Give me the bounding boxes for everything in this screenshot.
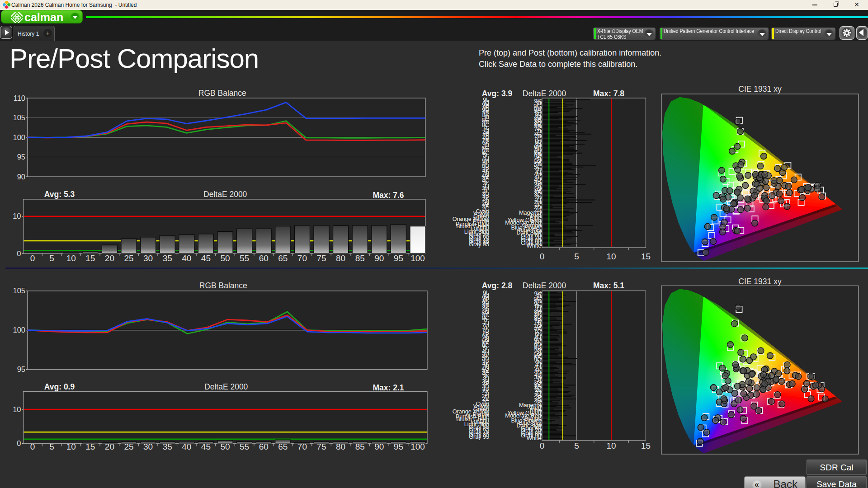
svg-text:35: 35 [163,253,172,263]
svg-text:10: 10 [606,252,616,261]
svg-text:55: 55 [240,253,249,263]
svg-text:Max: 7.6: Max: 7.6 [373,191,404,200]
svg-text:45: 45 [201,442,211,451]
svg-text:95: 95 [394,253,403,263]
svg-text:95: 95 [394,442,403,451]
svg-text:DeltaE 2000: DeltaE 2000 [523,281,566,290]
svg-text:95: 95 [17,365,25,373]
svg-text:100: 100 [13,133,25,141]
svg-text:10: 10 [66,253,76,263]
svg-text:75: 75 [316,253,326,263]
svg-text:90: 90 [17,173,25,181]
svg-text:70: 70 [297,253,307,263]
svg-text:9K: 9K [534,291,542,297]
svg-text:20: 20 [105,253,114,263]
svg-text:50: 50 [220,442,230,451]
svg-text:80: 80 [336,253,345,263]
svg-text:30: 30 [143,442,153,451]
svg-text:100: 100 [13,326,25,334]
svg-text:15: 15 [85,253,95,263]
svg-text:30: 30 [143,253,153,263]
svg-text:90: 90 [374,253,384,263]
svg-text:0: 0 [30,253,35,263]
svg-text:20: 20 [105,442,114,451]
svg-text:0: 0 [540,252,545,261]
svg-text:25: 25 [124,442,133,451]
svg-text:10: 10 [66,442,76,451]
svg-text:10: 10 [13,405,21,413]
svg-text:Avg: 5.3: Avg: 5.3 [44,190,75,199]
svg-text:85: 85 [355,442,365,451]
svg-text:65: 65 [278,442,288,451]
svg-text:Max: 5.1: Max: 5.1 [593,281,624,290]
svg-text:80: 80 [336,442,345,451]
svg-text:DeltaE 2000: DeltaE 2000 [523,89,566,98]
svg-text:0: 0 [17,249,21,258]
svg-text:40: 40 [182,253,191,263]
svg-text:5: 5 [574,441,579,450]
svg-text:15: 15 [641,252,651,261]
svg-text:0: 0 [17,439,21,447]
svg-text:Avg: 2.8: Avg: 2.8 [482,281,513,290]
svg-text:25: 25 [124,253,133,263]
svg-text:CIE 1931 xy: CIE 1931 xy [738,277,782,286]
svg-text:10: 10 [606,441,616,450]
svg-text:0: 0 [540,441,545,450]
svg-text:105: 105 [13,113,25,122]
svg-text:RGB Balance: RGB Balance [198,89,246,98]
svg-text:5: 5 [49,253,54,263]
svg-text:15: 15 [85,442,95,451]
svg-text:0: 0 [30,442,35,451]
svg-text:110: 110 [14,94,25,102]
svg-text:5: 5 [49,442,54,451]
svg-text:70: 70 [297,442,307,451]
svg-text:85: 85 [355,253,365,263]
svg-text:105: 105 [13,286,25,295]
svg-text:DeltaE 2000: DeltaE 2000 [204,382,248,391]
svg-text:Max: 2.1: Max: 2.1 [373,383,404,392]
svg-text:100: 100 [410,253,425,263]
svg-text:75: 75 [316,442,326,451]
svg-text:90: 90 [374,442,384,451]
svg-text:5: 5 [574,252,579,261]
svg-text:60: 60 [259,253,269,263]
svg-text:15: 15 [641,441,651,450]
svg-text:DeltaE 2000: DeltaE 2000 [203,190,247,199]
svg-text:35: 35 [163,442,172,451]
svg-text:60: 60 [259,442,269,451]
svg-text:Avg: 0.9: Avg: 0.9 [44,382,75,391]
svg-text:50: 50 [220,253,230,263]
svg-text:9K: 9K [534,98,542,104]
svg-text:95: 95 [17,153,25,161]
svg-text:9L: 9L [483,290,489,296]
svg-text:40: 40 [182,442,191,451]
svg-text:CIE 1931 xy: CIE 1931 xy [738,84,782,94]
svg-text:10: 10 [13,212,21,220]
svg-text:RGB Balance: RGB Balance [199,281,247,290]
svg-text:65: 65 [278,253,288,263]
svg-text:Max: 7.8: Max: 7.8 [593,89,624,98]
svg-text:9L: 9L [483,97,489,103]
svg-text:100: 100 [410,442,425,451]
svg-text:55: 55 [240,442,249,451]
svg-text:45: 45 [201,253,211,263]
